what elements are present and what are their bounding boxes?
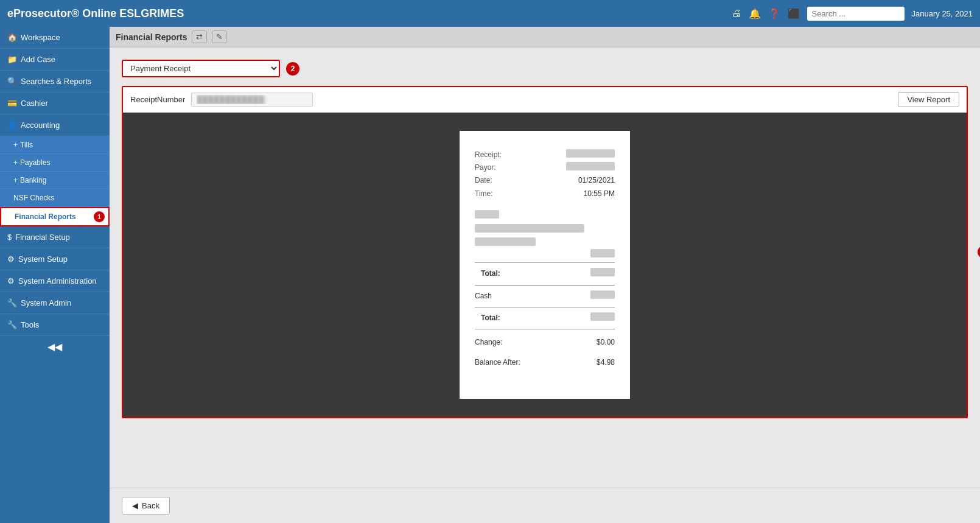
receipt-row-receipt: Receipt: (475, 149, 615, 161)
receipt-cash-row: Cash (475, 290, 615, 302)
sidebar-item-payables[interactable]: + Payables (0, 154, 110, 172)
sidebar-item-financial-setup[interactable]: $ Financial Setup (0, 226, 110, 248)
app-title: eProsecutor® Online ESLGRIMES (7, 7, 184, 20)
report-param-bar: ReceiptNumber View Report (123, 87, 967, 113)
tools-icon: 🔧 (7, 320, 17, 329)
top-header: eProsecutor® Online ESLGRIMES 🖨 🔔 ❓ ⬛ Ja… (0, 0, 980, 27)
search-icon: 🔍 (7, 77, 17, 86)
sidebar-item-label: Workspace (21, 33, 60, 42)
plus-icon: + (13, 141, 18, 149)
back-arrow-icon: ◀ (132, 501, 138, 510)
step-badge-3: 3 (978, 245, 980, 259)
sidebar-item-banking[interactable]: + Banking (0, 172, 110, 189)
sidebar-item-workspace[interactable]: 🏠 Workspace (0, 27, 110, 49)
page-content: Payment Receipt Daily Summary Monthly Su… (110, 47, 980, 488)
change-value: $0.00 (597, 337, 615, 348)
cash-total-label: Total: (481, 312, 500, 324)
gear-icon: ⚙ (7, 254, 15, 264)
receipt-section-block (475, 208, 615, 258)
sidebar-item-financial-reports[interactable]: Financial Reports 1 (0, 207, 110, 226)
receipt-total-row: Total: (475, 268, 615, 279)
receipt-row-payor: Payor: (475, 162, 615, 174)
tab-bar: Financial Reports ⇄ ✎ (110, 27, 980, 47)
report-panel-wrapper: ReceiptNumber View Report Receipt: (122, 86, 968, 418)
receipt-divider-4 (475, 329, 615, 329)
sidebar-item-tills[interactable]: + Tills (0, 136, 110, 154)
receipt-cash-section: Cash (475, 290, 615, 302)
date-label: Date: (475, 175, 492, 186)
sidebar-item-searches-reports[interactable]: 🔍 Searches & Reports (0, 71, 110, 93)
help-icon[interactable]: ❓ (768, 8, 780, 19)
back-button[interactable]: ◀ Back (122, 497, 170, 514)
receipt-viewer: Receipt: Payor: Date: 01/25/2021 (123, 113, 967, 417)
receipt-row-date: Date: 01/25/2021 (475, 175, 615, 186)
bell-icon[interactable]: 🔔 (749, 8, 761, 19)
receipt-balance-row: Balance After: $4.98 (475, 357, 615, 368)
sidebar-item-add-case[interactable]: 📁 Add Case (0, 49, 110, 71)
tab-refresh-button[interactable]: ⇄ (192, 30, 207, 43)
tab-label: Financial Reports (116, 32, 187, 42)
receipt-change-section: Change: $0.00 (475, 337, 615, 348)
sidebar-item-nsf-checks[interactable]: NSF Checks (0, 189, 110, 207)
sidebar-item-system-admin[interactable]: 🔧 System Admin (0, 292, 110, 314)
receipt-label: Receipt: (475, 149, 502, 161)
logout-icon[interactable]: ⬛ (788, 8, 800, 19)
receipt-paper: Receipt: Payor: Date: 01/25/2021 (460, 131, 630, 399)
payor-value (566, 162, 615, 170)
receipt-change-row: Change: $0.00 (475, 337, 615, 348)
tab-edit-button[interactable]: ✎ (212, 30, 227, 43)
receipt-divider-2 (475, 285, 615, 286)
bottom-bar: ◀ Back (110, 488, 980, 523)
receipt-section-title (475, 208, 615, 220)
sidebar-item-cashier[interactable]: 💳 Cashier (0, 93, 110, 114)
payor-label: Payor: (475, 162, 496, 174)
receipt-balance-section: Balance After: $4.98 (475, 357, 615, 368)
sidebar-item-tools[interactable]: 🔧 Tools (0, 314, 110, 336)
plus-icon: + (13, 176, 18, 184)
change-label: Change: (475, 337, 502, 348)
dollar-icon: $ (7, 233, 12, 242)
main-layout: 🏠 Workspace 📁 Add Case 🔍 Searches & Repo… (0, 27, 980, 523)
cash-value (590, 290, 615, 299)
view-report-button[interactable]: View Report (898, 92, 959, 107)
cash-total-value (590, 312, 615, 321)
receipt-detail-amount-row (475, 249, 615, 258)
date-label: January 25, 2021 (912, 9, 973, 18)
sidebar-item-label: Add Case (21, 55, 55, 64)
folder-icon: 📁 (7, 55, 17, 64)
sidebar-item-label: Searches & Reports (21, 77, 91, 86)
sidebar-collapse-button[interactable]: ◀◀ (0, 336, 110, 357)
accounting-submenu: + Tills + Payables + Banking NSF Checks … (0, 136, 110, 226)
time-value: 10:55 PM (584, 188, 615, 200)
print-icon[interactable]: 🖨 (732, 8, 741, 19)
cashier-icon: 💳 (7, 99, 17, 108)
receipt-number-label: ReceiptNumber (130, 95, 185, 104)
total-value (590, 268, 615, 276)
balance-value: $4.98 (597, 357, 615, 368)
receipt-divider-1 (475, 262, 615, 263)
receipt-detail-line1 (475, 222, 615, 234)
sidebar: 🏠 Workspace 📁 Add Case 🔍 Searches & Repo… (0, 27, 110, 523)
header-icons: 🖨 🔔 ❓ ⬛ (732, 8, 800, 19)
report-controls: Payment Receipt Daily Summary Monthly Su… (122, 60, 968, 77)
content-area: Financial Reports ⇄ ✎ Payment Receipt Da… (110, 27, 980, 523)
sidebar-item-label: Accounting (21, 121, 60, 130)
gear2-icon: ⚙ (7, 276, 15, 286)
sidebar-item-accounting[interactable]: 👤 Accounting (0, 114, 110, 136)
total-label: Total: (481, 268, 500, 279)
receipt-value (566, 149, 615, 158)
step-badge-1: 1 (94, 211, 105, 222)
plus-icon: + (13, 158, 18, 167)
cash-label: Cash (475, 290, 492, 302)
sidebar-item-system-setup[interactable]: ⚙ System Setup (0, 248, 110, 270)
step-badge-2: 2 (286, 62, 299, 75)
report-type-select[interactable]: Payment Receipt Daily Summary Monthly Su… (122, 60, 280, 77)
report-panel: ReceiptNumber View Report Receipt: (122, 86, 968, 418)
home-icon: 🏠 (7, 33, 17, 42)
receipt-row-time: Time: 10:55 PM (475, 188, 615, 200)
date-value: 01/25/2021 (578, 175, 615, 186)
receipt-number-input[interactable] (191, 93, 313, 107)
search-input[interactable] (807, 7, 905, 21)
sidebar-item-system-administration[interactable]: ⚙ System Administration (0, 270, 110, 292)
sidebar-item-label: Cashier (21, 99, 48, 108)
